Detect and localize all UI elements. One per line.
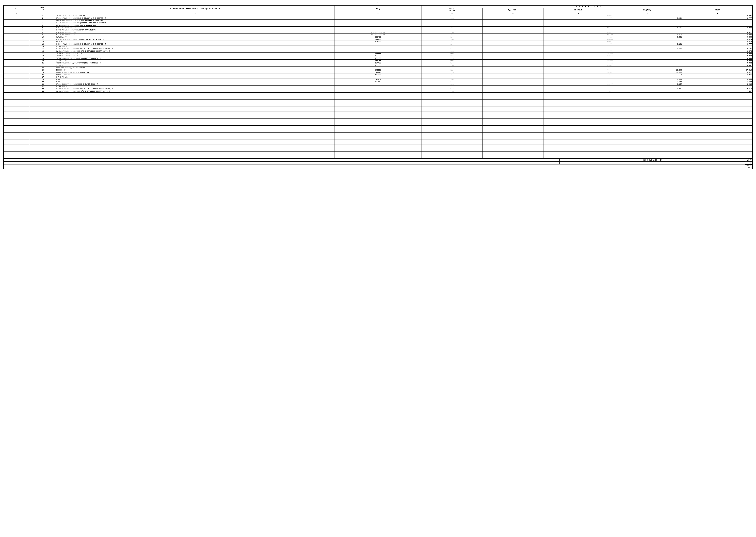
empty-cell-1-5 xyxy=(483,95,543,97)
cell-20-1: 21 xyxy=(30,62,56,64)
empty-cell-17-2 xyxy=(56,133,334,135)
cell-23-5 xyxy=(483,69,543,71)
empty-cell-19-6 xyxy=(543,137,613,140)
table-row: 26 ЦЕМЕНТ (ВСЕГО), Т5730001682.5473.7246… xyxy=(4,74,752,76)
empty-cell-21-6 xyxy=(543,142,613,145)
col-stro-header: СТРО-КИ xyxy=(30,5,56,12)
empty-cell-22-1 xyxy=(30,145,56,147)
cell-20-6: 0.042 xyxy=(543,62,613,64)
empty-cell-11-6 xyxy=(543,118,613,121)
table-row: 16НА ИЗГОТОВЛЕНИЕ СБОРНЫХ Ж/Б И БЕТОННЫХ… xyxy=(4,50,752,53)
empty-cell-0-0 xyxy=(4,93,30,95)
empty-row xyxy=(4,97,752,100)
empty-cell-17-5 xyxy=(483,133,543,135)
empty-cell-24-6 xyxy=(543,149,613,151)
cell-6-4 xyxy=(422,29,483,31)
empty-cell-3-6 xyxy=(543,100,613,102)
col-num-7: 7 xyxy=(683,12,752,15)
empty-cell-23-5 xyxy=(483,147,543,149)
cell-0-1: 1 xyxy=(30,15,56,17)
table-row: 5МЕТАЛЛОИЗДЕЛИЙ ПРОМЫШЛЕННОГО НАЗНАЧЕНИЯ xyxy=(4,24,752,26)
cell-13-1: 14 xyxy=(30,45,56,48)
empty-cell-12-1 xyxy=(30,121,56,123)
empty-cell-6-7 xyxy=(613,107,683,109)
empty-cell-19-1 xyxy=(30,137,56,140)
cell-11-4: 168 xyxy=(422,41,483,43)
col-num-4: 4 xyxy=(422,12,483,15)
empty-cell-13-5 xyxy=(483,123,543,126)
empty-cell-17-0 xyxy=(4,133,30,135)
empty-cell-21-2 xyxy=(56,142,334,145)
cell-12-5 xyxy=(483,43,543,45)
empty-cell-18-0 xyxy=(4,135,30,137)
empty-cell-1-6 xyxy=(543,95,613,97)
cell-32-0 xyxy=(4,90,30,93)
cell-1-0 xyxy=(4,17,30,20)
empty-cell-0-4 xyxy=(422,93,483,95)
cell-15-1: 16 xyxy=(30,50,56,53)
cell-7-1: 8 xyxy=(30,31,56,34)
empty-row xyxy=(4,109,752,111)
empty-row xyxy=(4,142,752,145)
cell-4-5 xyxy=(483,24,543,26)
footer-list-label: ЛИСТ xyxy=(745,159,752,162)
empty-cell-3-3 xyxy=(334,100,422,102)
empty-cell-19-3 xyxy=(334,137,422,140)
empty-cell-25-5 xyxy=(483,151,543,154)
empty-cell-0-6 xyxy=(543,93,613,95)
cell-3-8 xyxy=(683,22,752,24)
cell-14-0 xyxy=(4,48,30,50)
empty-row xyxy=(4,145,752,147)
cell-18-2: ТРУБЫ СВАРНЫЕ ВОДОГАЗОПРОВОДНЫЕ (ГАЗОВЫЕ… xyxy=(56,57,334,60)
cell-10-2: СТАЛЬ ТОЛСТОЛИСТОВАЯ РЯДОВЫХ МАРОК (ОТ 4… xyxy=(56,38,334,41)
empty-cell-18-3 xyxy=(334,135,422,137)
table-row: 25ПЕСОК СТРОИТЕЛЬНЫЙ ПРИРОДНЫЙ, М3571140… xyxy=(4,71,752,74)
cell-16-3: 130000 xyxy=(334,53,422,55)
empty-cell-26-4 xyxy=(422,154,483,156)
cell-30-8 xyxy=(683,86,752,88)
cell-10-0 xyxy=(4,38,30,41)
footer-table: – 820-9-013 с.89 – ВМ ЛИСТ 2 25752-03 5 xyxy=(3,159,753,169)
empty-cell-20-5 xyxy=(483,140,543,142)
empty-cell-15-0 xyxy=(4,128,30,130)
col-num-4b: 4 xyxy=(483,12,543,15)
empty-cell-20-0 xyxy=(4,140,30,142)
table-row: 13ВСЕГО СТАЛИ, ПРИВЕДЕННОЙ К КЛАССУ А-I … xyxy=(4,43,752,45)
empty-cell-11-2 xyxy=(56,118,334,121)
empty-cell-22-4 xyxy=(422,145,483,147)
cell-9-1: 10 xyxy=(30,36,56,38)
cell-20-8: 0.042 xyxy=(683,62,752,64)
cell-22-7 xyxy=(613,67,683,69)
empty-cell-0-8 xyxy=(683,93,752,95)
cell-0-5 xyxy=(483,15,543,17)
empty-cell-3-4 xyxy=(422,100,483,102)
empty-cell-2-7 xyxy=(613,97,683,100)
cell-26-3 xyxy=(334,76,422,78)
empty-cell-21-7 xyxy=(613,142,683,145)
cell-28-6: 2.547 xyxy=(543,81,613,83)
empty-row xyxy=(4,121,752,123)
cell-2-1: 3 xyxy=(30,20,56,22)
cell-10-5 xyxy=(483,38,543,41)
table-row: 32НА ИЗГОТОВЛЕНИЕ МОНОЛИТНЫХ Ж/Б И БЕТОН… xyxy=(4,88,752,90)
empty-cell-5-8 xyxy=(683,104,752,107)
cell-28-3: 573152 xyxy=(334,81,422,83)
table-row: 30ИТОГО ЦЕМЕНТ, ПРИВЕДЕННЫЙ К МАРКЕ М400… xyxy=(4,83,752,86)
empty-cell-2-1 xyxy=(30,97,56,100)
cell-5-1: 6 xyxy=(30,26,56,29)
empty-cell-0-1 xyxy=(30,93,56,95)
empty-cell-20-1 xyxy=(30,140,56,142)
cell-3-5 xyxy=(483,22,543,24)
cell-30-2: В ТОМ ЧИСЛЕ: xyxy=(56,86,334,88)
col-num-1b: 1 xyxy=(30,12,56,15)
cell-13-6 xyxy=(543,45,613,48)
empty-cell-8-8 xyxy=(683,111,752,114)
empty-cell-3-8 xyxy=(683,100,752,102)
empty-cell-11-8 xyxy=(683,118,752,121)
footer-empty-4 xyxy=(560,162,745,164)
cell-8-6: 0.210 xyxy=(543,34,613,36)
cell-23-4: 113 xyxy=(422,69,483,71)
cell-26-2: В ТОМ ЧИСЛЕ: xyxy=(56,76,334,78)
empty-cell-7-8 xyxy=(683,109,752,111)
empty-cell-18-8 xyxy=(683,135,752,137)
